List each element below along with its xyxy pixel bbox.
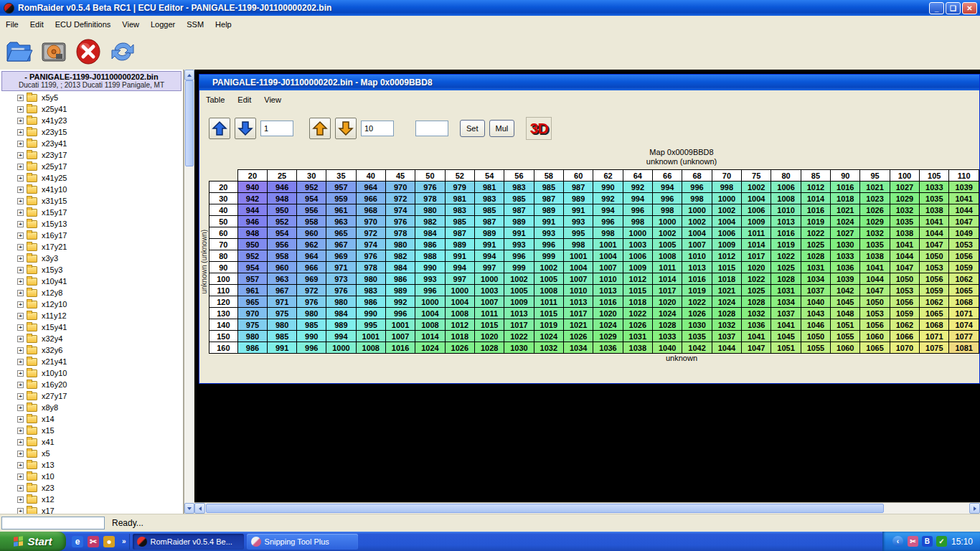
expand-icon[interactable]: +: [17, 485, 24, 491]
tree-item-x41[interactable]: +x41: [0, 436, 183, 448]
expand-icon[interactable]: +: [17, 428, 24, 434]
table-cell[interactable]: 996: [534, 239, 563, 250]
scroll-down-icon[interactable]: [184, 503, 194, 514]
table-cell[interactable]: 1025: [771, 262, 801, 273]
table-cell[interactable]: 994: [474, 250, 504, 262]
table-cell[interactable]: 1028: [771, 273, 801, 285]
table-cell[interactable]: 1053: [920, 262, 949, 273]
table-cell[interactable]: 1034: [801, 273, 830, 285]
table-cell[interactable]: 1018: [831, 193, 860, 204]
tree-item-x3y3[interactable]: +x3y3: [0, 253, 183, 264]
table-cell[interactable]: 1013: [771, 216, 801, 227]
table-cell[interactable]: 1022: [682, 296, 712, 308]
table-cell[interactable]: 1032: [534, 342, 563, 354]
table-cell[interactable]: 983: [356, 285, 385, 296]
menu-logger[interactable]: Logger: [145, 17, 181, 32]
table-cell[interactable]: 1017: [653, 285, 682, 296]
table-cell[interactable]: 946: [237, 216, 267, 227]
expand-icon[interactable]: +: [17, 152, 24, 159]
table-cell[interactable]: 990: [415, 262, 445, 273]
table-cell[interactable]: 1017: [742, 250, 771, 262]
column-header[interactable]: 75: [742, 170, 771, 182]
table-cell[interactable]: 954: [297, 193, 326, 204]
table-cell[interactable]: 1038: [920, 204, 949, 216]
row-header[interactable]: 50: [209, 216, 237, 227]
column-header[interactable]: 110: [949, 170, 979, 182]
table-cell[interactable]: 1015: [712, 262, 741, 273]
table-cell[interactable]: 998: [712, 182, 741, 193]
table-cell[interactable]: 940: [237, 182, 267, 193]
expand-icon[interactable]: +: [17, 382, 24, 388]
table-cell[interactable]: 1066: [890, 331, 919, 342]
table-cell[interactable]: 1051: [831, 319, 860, 331]
table-cell[interactable]: 1009: [712, 239, 741, 250]
table-cell[interactable]: 993: [534, 227, 563, 239]
table-cell[interactable]: 1006: [623, 250, 652, 262]
table-cell[interactable]: 1000: [682, 204, 712, 216]
table-cell[interactable]: 1025: [801, 239, 830, 250]
expand-icon[interactable]: +: [17, 209, 24, 216]
table-cell[interactable]: 996: [415, 285, 445, 296]
expand-icon[interactable]: +: [17, 118, 24, 124]
table-cell[interactable]: 1041: [860, 262, 890, 273]
table-cell[interactable]: 989: [445, 239, 474, 250]
table-cell[interactable]: 1037: [771, 308, 801, 319]
table-cell[interactable]: 1015: [534, 308, 563, 319]
table-cell[interactable]: 1013: [564, 296, 593, 308]
tree-item-x41y23[interactable]: +x41y23: [0, 115, 183, 126]
table-cell[interactable]: 978: [356, 262, 385, 273]
table-cell[interactable]: 994: [653, 182, 682, 193]
row-header[interactable]: 100: [209, 273, 237, 285]
table-cell[interactable]: 1050: [860, 296, 890, 308]
table-cell[interactable]: 1059: [920, 285, 949, 296]
table-cell[interactable]: 1033: [831, 250, 860, 262]
table-cell[interactable]: 1004: [742, 193, 771, 204]
table-cell[interactable]: 1012: [712, 250, 741, 262]
column-header[interactable]: 95: [860, 170, 890, 182]
refresh-icon[interactable]: [108, 37, 138, 67]
table-cell[interactable]: 987: [474, 216, 504, 227]
table-cell[interactable]: 980: [268, 319, 297, 331]
table-cell[interactable]: 980: [237, 331, 267, 342]
table-cell[interactable]: 948: [237, 227, 267, 239]
table-cell[interactable]: 1009: [623, 262, 652, 273]
expand-icon[interactable]: +: [17, 405, 24, 411]
table-cell[interactable]: 1003: [474, 285, 504, 296]
tree-item-x17y21[interactable]: +x17y21: [0, 241, 183, 253]
table-cell[interactable]: 1004: [445, 296, 474, 308]
tree-item-x32y4[interactable]: +x32y4: [0, 333, 183, 344]
table-cell[interactable]: 1059: [949, 262, 979, 273]
table-cell[interactable]: 952: [237, 250, 267, 262]
set-value-input[interactable]: [415, 121, 448, 136]
table-cell[interactable]: 978: [385, 227, 415, 239]
table-cell[interactable]: 996: [682, 182, 712, 193]
row-header[interactable]: 160: [209, 342, 237, 354]
row-header[interactable]: 60: [209, 227, 237, 239]
menu-ssm[interactable]: SSM: [181, 17, 209, 32]
tree-item-x16y20[interactable]: +x16y20: [0, 379, 183, 390]
table-cell[interactable]: 1033: [653, 331, 682, 342]
table-cell[interactable]: 1007: [682, 239, 712, 250]
table-cell[interactable]: 950: [237, 239, 267, 250]
set-button[interactable]: Set: [460, 120, 485, 137]
start-button[interactable]: Start: [0, 532, 66, 551]
table-cell[interactable]: 1044: [712, 342, 741, 354]
table-cell[interactable]: 994: [593, 204, 623, 216]
row-header[interactable]: 120: [209, 296, 237, 308]
table-cell[interactable]: 991: [268, 342, 297, 354]
table-cell[interactable]: 1005: [534, 273, 563, 285]
table-cell[interactable]: 1037: [712, 331, 741, 342]
table-cell[interactable]: 996: [593, 216, 623, 227]
table-cell[interactable]: 1041: [920, 216, 949, 227]
table-cell[interactable]: 998: [682, 193, 712, 204]
table-cell[interactable]: 1000: [653, 216, 682, 227]
expand-icon[interactable]: +: [17, 416, 24, 423]
tree-item-x10[interactable]: +x10: [0, 471, 183, 482]
table-cell[interactable]: 983: [504, 182, 534, 193]
column-header[interactable]: 90: [831, 170, 860, 182]
ie-icon[interactable]: e: [72, 536, 83, 547]
table-cell[interactable]: 1029: [890, 193, 919, 204]
table-cell[interactable]: 1024: [534, 331, 563, 342]
table-cell[interactable]: 1011: [474, 308, 504, 319]
table-cell[interactable]: 990: [356, 308, 385, 319]
